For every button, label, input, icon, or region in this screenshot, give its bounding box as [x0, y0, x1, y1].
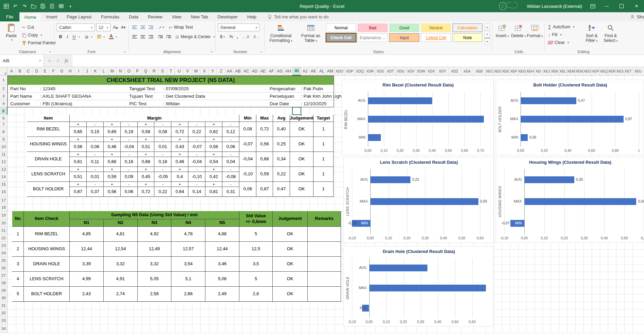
- column-header-I[interactable]: I: [74, 67, 83, 76]
- tab-review[interactable]: Review: [143, 12, 167, 21]
- t1-sign[interactable]: -: [222, 137, 239, 142]
- t2-subheader[interactable]: N2: [104, 219, 138, 227]
- t1-max[interactable]: 0,87: [256, 182, 273, 197]
- format-cells-button[interactable]: Format▾: [527, 23, 542, 38]
- t1-sign[interactable]: +: [205, 167, 222, 172]
- fill-handle[interactable]: [300, 114, 302, 116]
- column-header-U[interactable]: U: [175, 67, 184, 76]
- row-header-20[interactable]: 20: [0, 219, 7, 227]
- column-header-AH[interactable]: AH: [284, 67, 293, 76]
- t1-value[interactable]: 0,43: [171, 142, 188, 152]
- t1-sign[interactable]: -: [222, 167, 239, 172]
- t1-sign[interactable]: -: [87, 167, 104, 172]
- t1-header[interactable]: Max: [256, 115, 273, 122]
- gallery-more-icon[interactable]: ▾: [485, 38, 490, 45]
- t2-value[interactable]: 2,43: [70, 287, 104, 302]
- column-header-S[interactable]: S: [158, 67, 167, 76]
- column-header-Q[interactable]: Q: [142, 67, 150, 76]
- tab-developer[interactable]: Developer: [213, 12, 242, 21]
- t1-value[interactable]: -0,04: [188, 157, 205, 167]
- column-header-XEO[interactable]: XEO: [583, 67, 592, 76]
- column-header-XDX[interactable]: XDX: [426, 67, 437, 76]
- t2-value[interactable]: 12,54: [104, 242, 138, 257]
- underline-button[interactable]: U: [71, 33, 77, 41]
- t1-header[interactable]: Item: [27, 115, 70, 122]
- t1-sign[interactable]: -: [121, 122, 138, 127]
- t1-sign[interactable]: +: [171, 167, 188, 172]
- t1-value[interactable]: 0,01: [155, 142, 172, 152]
- t2-header[interactable]: Sampling N5 Data (Using Std Value) / mm: [70, 211, 239, 219]
- t2-value[interactable]: 3,32: [104, 257, 138, 272]
- cut-button[interactable]: ✂ Cut: [21, 23, 35, 31]
- maximize-button[interactable]: [614, 0, 629, 12]
- orientation-icon[interactable]: ↗▾: [157, 23, 166, 31]
- cancel-icon[interactable]: ×: [45, 58, 54, 63]
- t2-value[interactable]: 4,85: [70, 227, 104, 242]
- t2-remarks[interactable]: [308, 272, 341, 287]
- chart-rim-bezel-clustered-result-data-[interactable]: Rim Bezel (Clustered Result Data)0,000,1…: [342, 80, 494, 155]
- cell-style-normal[interactable]: Normal: [326, 23, 356, 32]
- t1-judgement[interactable]: OK: [290, 182, 313, 197]
- cell-style-good[interactable]: Good: [389, 23, 419, 32]
- fill-color-icon[interactable]: [96, 33, 102, 40]
- merge-center-button[interactable]: ⊟ Merge & Center ▾: [174, 33, 216, 41]
- column-header-XDU[interactable]: XDU: [396, 67, 406, 76]
- t1-target[interactable]: 1: [313, 182, 334, 197]
- t2-std[interactable]: 2,8: [239, 287, 273, 302]
- sort-filter-button[interactable]: AZ Sort & Filter▾: [582, 23, 601, 43]
- t2-value[interactable]: 4,92: [138, 227, 172, 242]
- t2-item[interactable]: RIM BEZEL: [24, 227, 70, 242]
- minimize-button[interactable]: [599, 0, 614, 12]
- t2-header[interactable]: Item Check: [24, 211, 70, 227]
- t2-header[interactable]: Std Value+/- 0,5mm: [239, 211, 273, 227]
- t1-value[interactable]: 0,87: [70, 187, 87, 197]
- t1-sign[interactable]: -: [121, 182, 138, 187]
- gallery-down-icon[interactable]: ▾: [485, 31, 490, 37]
- insert-cells-button[interactable]: Insert▾: [495, 23, 510, 38]
- save-icon[interactable]: [40, 3, 46, 9]
- t2-header[interactable]: No: [12, 211, 24, 227]
- t1-max[interactable]: 0,59: [256, 167, 273, 182]
- t2-item[interactable]: DRAIN HOLE: [24, 257, 70, 272]
- t1-value[interactable]: 0,68: [104, 157, 121, 167]
- column-header-XEG[interactable]: XEG: [518, 67, 526, 76]
- align-middle-icon[interactable]: [139, 23, 147, 31]
- row-header-27[interactable]: 27: [0, 272, 7, 279]
- t2-value[interactable]: 2,66: [171, 287, 205, 302]
- t1-sign[interactable]: -: [155, 122, 172, 127]
- column-header-XDQ[interactable]: XDQ: [355, 67, 365, 76]
- column-header-AG[interactable]: AG: [276, 67, 284, 76]
- column-header-XEA[interactable]: XEA: [461, 67, 473, 76]
- column-header-AF[interactable]: AF: [267, 67, 276, 76]
- t1-value[interactable]: -0,10: [188, 172, 205, 182]
- increase-decimal-icon[interactable]: ←.0: [241, 33, 251, 41]
- t1-value[interactable]: 0,08: [155, 127, 172, 137]
- conditional-formatting-button[interactable]: Conditional Formatting▾: [266, 23, 295, 43]
- row-header-5[interactable]: 5: [0, 107, 7, 115]
- align-center-icon[interactable]: [139, 33, 147, 41]
- font-color-dropdown-icon[interactable]: ▾: [115, 33, 118, 41]
- t1-sign[interactable]: +: [171, 122, 188, 127]
- row-header-9[interactable]: 9: [0, 137, 7, 142]
- t1-value[interactable]: 0,12: [222, 127, 239, 137]
- tab-home[interactable]: Home: [19, 12, 41, 21]
- find-select-button[interactable]: Find & Select▾: [601, 23, 620, 43]
- column-header-B[interactable]: B: [16, 67, 24, 76]
- t1-sign[interactable]: -: [121, 167, 138, 172]
- t1-value[interactable]: 0,22: [188, 127, 205, 137]
- t2-value[interactable]: 5,08: [205, 272, 239, 287]
- t1-value[interactable]: 0,72: [171, 127, 188, 137]
- t1-sign[interactable]: -: [155, 137, 172, 142]
- t2-no[interactable]: 5: [12, 287, 24, 302]
- align-left-icon[interactable]: [131, 33, 138, 41]
- t1-sign[interactable]: +: [70, 122, 87, 127]
- t1-value[interactable]: 0,58: [138, 127, 155, 137]
- column-header-AI[interactable]: AI: [292, 67, 301, 76]
- tab-file[interactable]: File: [0, 12, 19, 21]
- column-header-W[interactable]: W: [192, 67, 201, 76]
- name-box[interactable]: AI5▾: [0, 54, 44, 67]
- t1-judgement[interactable]: OK: [290, 122, 313, 137]
- t2-value[interactable]: 4,78: [171, 227, 205, 242]
- t1-sign[interactable]: +: [205, 122, 222, 127]
- info-line[interactable]: PIC Test: Wildan: [129, 100, 252, 107]
